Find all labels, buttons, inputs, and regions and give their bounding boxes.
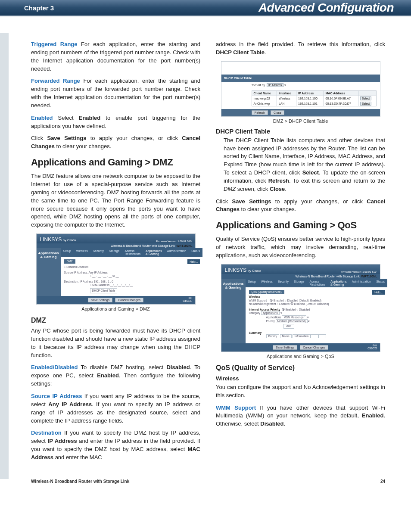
cisco-icon: ılıılı (373, 344, 377, 347)
tab-row: Setup Wireless Security Storage Access R… (246, 279, 388, 287)
sortby-value: IP Address (267, 83, 283, 87)
text: Select (53, 115, 79, 121)
page-header: Chapter 3 Advanced Configuration (0, 0, 411, 16)
tab: Administration (349, 279, 374, 287)
dhcp-title: DHCP Client Table (224, 76, 252, 80)
para-dhcp-click: address in the field provided. To retrie… (216, 40, 385, 57)
row: Applications (266, 316, 281, 319)
sel: Medium (Recommend) (276, 319, 308, 323)
figure-dhcp-table: DHCP Client Table To Sort by IP Address … (216, 61, 385, 124)
cisco-text: CISCO (367, 347, 377, 350)
strong: Disabled (260, 420, 283, 427)
td: 192.168.1.100 (296, 96, 324, 101)
footer-product: Wireless-N Broadband Router with Storage… (31, 479, 129, 484)
tab: Access Restrictions (122, 248, 143, 257)
th: Information (293, 334, 311, 338)
text: . To exit this screen and return to the (289, 177, 385, 184)
figure-qos: LINKSYS by Cisco Firmware Version: 1.00.… (216, 264, 385, 359)
tab: Applications & Gaming (328, 279, 349, 287)
refresh-btn: Refresh (252, 110, 268, 115)
save-btn: Save Settings (273, 345, 297, 350)
td: mac-wrqs02 (252, 96, 277, 101)
text: and enter the MAC (53, 454, 102, 460)
screenshot-dhcp: DHCP Client Table To Sort by IP Address … (221, 61, 380, 117)
brand: LINKSYS (225, 267, 247, 273)
th: Priority (266, 334, 279, 338)
row: Wireless (249, 295, 261, 298)
para-source-ip: Source IP Address If you want any IP add… (31, 392, 200, 425)
text: . (265, 49, 266, 56)
strong: Any IP Address (48, 401, 92, 408)
tab: Security (275, 279, 291, 287)
term-source-ip: Source IP Address (31, 393, 82, 399)
para-dmz-intro: The DMZ feature allows one network compu… (31, 172, 200, 229)
td: 192.168.1.101 (296, 101, 324, 106)
th: IP Address (296, 90, 324, 96)
row: Priority (266, 320, 275, 323)
strong: Enabled (362, 412, 384, 419)
th: Interface (277, 90, 296, 96)
model: WRT160NL (361, 275, 377, 278)
strong: Save Settings (47, 135, 86, 141)
help-box: Help... (372, 290, 385, 295)
page-footer: Wireless-N Broadband Router with Storage… (0, 479, 411, 492)
strong: Refresh (268, 177, 289, 184)
sel: Applications (261, 311, 280, 315)
row: MAC Address (92, 283, 109, 286)
side-label: Applications & Gaming (221, 279, 246, 343)
subtitle: Wireless-N Broadband Router with Storage… (111, 244, 175, 247)
tab: Status (374, 279, 387, 287)
strong: Disabled (166, 364, 190, 370)
para-dmz-dhcp-note: Any PC whose port is being forwarded mus… (31, 327, 200, 359)
tab-row: Setup Wireless Security Storage Access R… (61, 248, 203, 257)
heading-dhcp-client-table: DHCP Client Table (216, 128, 385, 135)
para-wmm: WMM Support If you have other devices th… (216, 404, 385, 429)
th (358, 90, 376, 96)
strong: Enabled (79, 115, 101, 121)
heading-wireless: Wireless (216, 375, 385, 382)
right-column: address in the field provided. To retrie… (216, 40, 385, 466)
figure-dmz-caption: Applications and Gaming > DMZ (31, 306, 200, 311)
strong: Enabled (97, 372, 119, 379)
section-label: QoS (Quality of Service) (249, 290, 284, 294)
def: (Default: Disabled) (306, 302, 329, 305)
cisco-icon: ılıılı (188, 296, 193, 299)
left-column: Triggered Range For each application, en… (31, 40, 200, 466)
screenshot-dmz: LINKSYS by Cisco Firmware Version: 1.00.… (36, 233, 196, 305)
th (311, 334, 318, 338)
save-btn: Save Settings (88, 298, 112, 302)
para-dhcp-desc: The DHCP Client Table lists computers an… (216, 137, 385, 193)
row: Category (249, 311, 260, 314)
text: . (284, 420, 286, 427)
row: Source IP Address: Any IP Address (64, 271, 108, 274)
text: to apply your changes, or click (86, 135, 182, 141)
para-wireless-intro: You can configure the support and No Ack… (216, 383, 385, 400)
cancel-btn: Cancel Changes (300, 345, 328, 350)
close-btn: Close (271, 110, 284, 115)
strong: IP Address (48, 438, 77, 444)
strong: Close (270, 186, 285, 192)
row: Internet Access Priority (249, 308, 280, 311)
para-enabled: Enabled Select Enabled to enable port tr… (31, 114, 200, 131)
sortby-label: To Sort by (252, 84, 265, 87)
text: Click (216, 198, 232, 205)
th: Client Name (252, 90, 277, 96)
table-row: mac-wrqs02 Wireless 192.168.1.100 00:16:… (252, 96, 376, 101)
fw-version: Firmware Version: 1.00.01 B10 (156, 240, 191, 243)
tab: Status (189, 248, 202, 257)
footer-page-number: 24 (380, 479, 385, 484)
tab: Wireless (74, 248, 90, 257)
brand: LINKSYS (40, 236, 62, 243)
para-enabled-disabled: Enabled/Disabled To disable DMZ hosting,… (31, 364, 200, 388)
model: WRT160NL (177, 244, 193, 247)
td: 00:13:D0:7F:30:D7 (324, 101, 358, 106)
tab: Access Restrictions (307, 279, 328, 287)
opt: Disabled (294, 302, 305, 305)
select-btn: Select (360, 102, 371, 106)
text: . (285, 186, 286, 192)
td: LAN (277, 101, 296, 106)
brand-by: by Cisco (246, 269, 261, 273)
text: to clear your changes. (55, 143, 112, 149)
figure-dhcp-caption: DMZ > DHCP Client Table (216, 118, 385, 124)
term-enabled-disabled: Enabled/Disabled (31, 364, 78, 370)
